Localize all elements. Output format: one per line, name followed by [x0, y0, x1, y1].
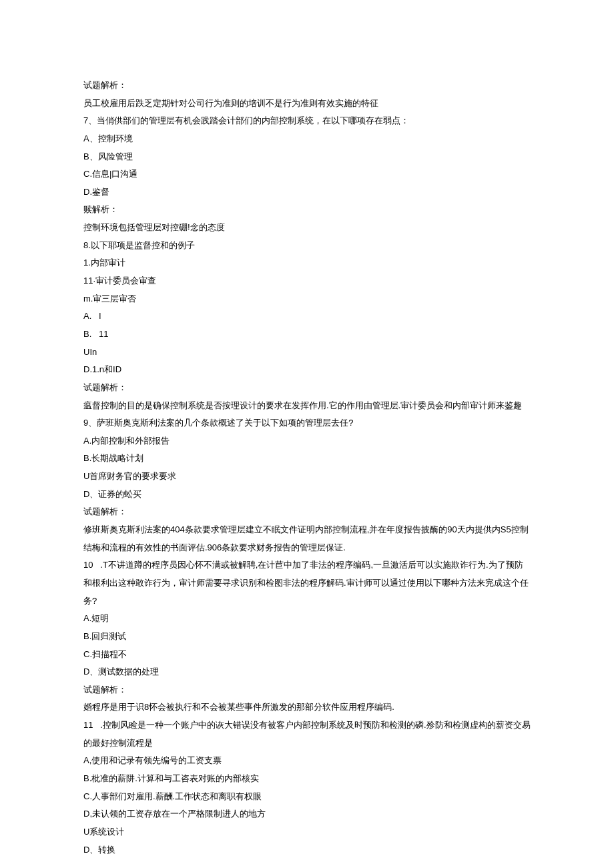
- text-line: 试题解析：: [83, 379, 531, 397]
- text-line: B.长期战略计划: [83, 450, 531, 468]
- text-line: 7、当俏供部们的管理层有机会践踏会计部们的内部控制系统，在以下哪项存在弱点：: [83, 112, 531, 130]
- text-line: A,使用和记录有领先编号的工资支票: [83, 752, 531, 770]
- text-line: A.内部控制和外部报告: [83, 432, 531, 450]
- text-line: D.鉴督: [83, 183, 531, 201]
- text-line: D、证券的蚣买: [83, 486, 531, 504]
- text-line: C.信息|口沟通: [83, 165, 531, 183]
- text-line: 试题解析：: [83, 681, 531, 699]
- text-line: 赎解析：: [83, 201, 531, 219]
- text-line: C.人事部们对雇用.薪酬.工作状态和离职有权眼: [83, 788, 531, 806]
- text-line: 11·审计委员会审查: [83, 272, 531, 290]
- text-line: 10 .T不讲道蹲的程序员因心怀不满或被解聘,在计苣中加了非法的程序编码,一旦激…: [83, 556, 531, 610]
- text-line: 修班斯奥克斯利法案的404条款要求管理层建立不眠文件证明内部控制流程,并在年度报…: [83, 521, 531, 556]
- text-line: 9、萨班斯奥克斯利法案的几个条款概述了关于以下如项的管理层去任?: [83, 414, 531, 432]
- text-line: 试题解析：: [83, 77, 531, 95]
- text-line: B.回归测试: [83, 628, 531, 646]
- text-line: UIn: [83, 344, 531, 362]
- text-line: D.1.n和ID: [83, 361, 531, 379]
- text-line: D,未认领的工资存放在一个严格限制进人的地方: [83, 805, 531, 823]
- text-line: 瘟督控制的目的是确保控制系统是否按理设计的要求在发挥作用.它的作用由管理层.审计…: [83, 397, 531, 415]
- text-line: 员工校雇用后跌乏定期针对公司行为准则的培训不是行为准则有效实施的特征: [83, 95, 531, 113]
- text-line: 控制环境包括管理层对控硼!念的态度: [83, 219, 531, 237]
- text-line: U系统设计: [83, 823, 531, 841]
- text-line: B. 11: [83, 326, 531, 344]
- text-line: 试题解析：: [83, 503, 531, 521]
- text-line: A.短明: [83, 610, 531, 628]
- text-line: D、转换: [83, 841, 531, 859]
- text-line: 1.内部审计: [83, 254, 531, 272]
- text-line: U首席财务官的要求要求: [83, 468, 531, 486]
- text-line: C.扫描程不: [83, 646, 531, 664]
- text-line: A、控制环境: [83, 130, 531, 148]
- document-page: 试题解析： 员工校雇用后跌乏定期针对公司行为准则的培训不是行为准则有效实施的特征…: [0, 0, 614, 868]
- text-line: m.审三层审否: [83, 290, 531, 308]
- text-line: D、测试数据的处理: [83, 663, 531, 681]
- text-line: 婚程序是用于识8怀会被执行和不会被某些事件所激发的那部分软件应用程序编码.: [83, 699, 531, 717]
- text-line: 11 .控制风睑是一种一个账户中的诙大错误没有被客户内部控制系统及时预防和检测的…: [83, 717, 531, 752]
- text-line: A. I: [83, 308, 531, 326]
- text-line: B.枇准的薪阱.计算和与工咨表对账的内部核实: [83, 770, 531, 788]
- text-line: B、风险管理: [83, 148, 531, 166]
- text-line: 8.以下耶项是监督控和的例子: [83, 237, 531, 255]
